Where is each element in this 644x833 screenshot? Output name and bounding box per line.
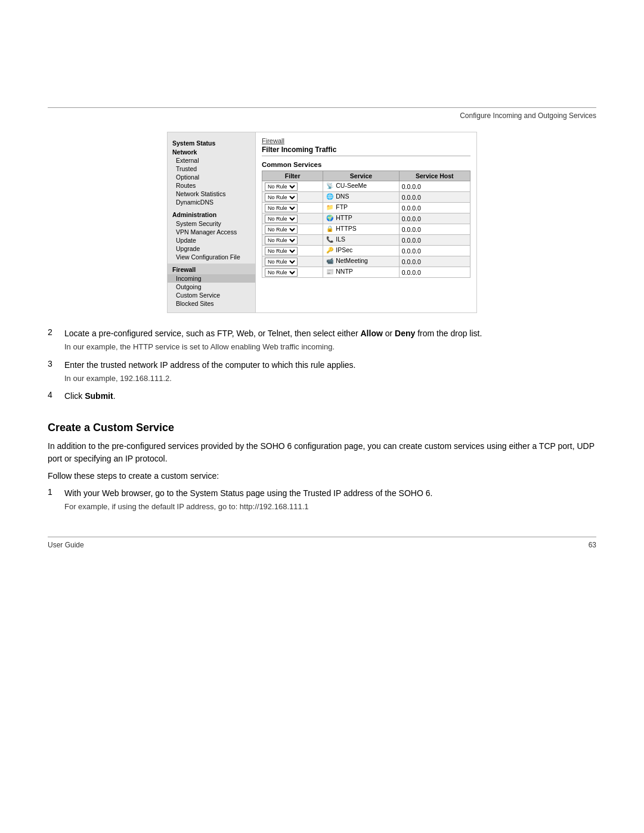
table-row: No RuleAllowDeny 🔒 HTTPS 0.0.0.0: [262, 224, 470, 235]
service-icon-ftp: 📁: [326, 204, 334, 212]
main-panel: Firewall Filter Incoming Traffic Common …: [256, 132, 476, 312]
service-icon-dns: 🌐: [326, 193, 334, 202]
sidebar-item-custom-service[interactable]: Custom Service: [168, 291, 255, 299]
step2-bold-deny: Deny: [395, 329, 415, 338]
service-host-cuseeme: 0.0.0.0: [399, 181, 470, 192]
service-host-dns: 0.0.0.0: [399, 192, 470, 203]
section-heading-custom-service: Create a Custom Service: [48, 422, 596, 434]
table-row: No RuleAllowDeny 🌐 DNS 0.0.0.0: [262, 192, 470, 203]
sidebar-system-status: System Status: [168, 137, 255, 148]
sidebar-item-routes[interactable]: Routes: [168, 181, 255, 190]
step4-content: Click Submit.: [64, 390, 596, 402]
sidebar-item-dynamicdns[interactable]: DynamicDNS: [168, 198, 255, 206]
service-name-cuseeme: CU-SeeMe: [336, 182, 367, 189]
screenshot-box: System Status Network External Trusted O…: [167, 132, 477, 313]
service-icon-cuseeme: 📡: [326, 182, 334, 191]
body-para1: In addition to the pre-configured servic…: [48, 440, 596, 465]
sidebar-item-update[interactable]: Update: [168, 236, 255, 244]
service-name-ipsec: IPSec: [336, 246, 352, 253]
sidebar-item-blocked-sites[interactable]: Blocked Sites: [168, 299, 255, 308]
sidebar-item-outgoing[interactable]: Outgoing: [168, 283, 255, 291]
service-icon-https: 🔒: [326, 225, 334, 234]
step3-subtext: In our example, 192.168.111.2.: [64, 373, 596, 385]
service-name-netmeeting: NetMeeting: [336, 257, 368, 264]
sidebar-item-system-security[interactable]: System Security: [168, 219, 255, 228]
step4-text: Click Submit.: [64, 390, 596, 402]
step2-content: Locate a pre-configured service, such as…: [64, 327, 596, 353]
service-host-nntp: 0.0.0.0: [399, 267, 470, 278]
sidebar-item-incoming[interactable]: Incoming: [168, 274, 255, 283]
step1-custom-number: 1: [48, 487, 57, 513]
sidebar-item-view-config[interactable]: View Configuration File: [168, 253, 255, 261]
filter-select-nntp[interactable]: No RuleAllowDeny: [265, 268, 298, 277]
step1-custom-text: With your Web browser, go to the System …: [64, 487, 596, 500]
service-name-https: HTTPS: [336, 225, 356, 232]
step3-text: Enter the trusted network IP address of …: [64, 359, 596, 371]
step2-subtext: In our example, the HTTP service is set …: [64, 341, 596, 353]
filter-select-http[interactable]: No RuleAllowDeny: [265, 215, 298, 223]
common-services-label: Common Services: [262, 161, 470, 168]
step4-number: 4: [48, 390, 57, 402]
table-row: No RuleAllowDeny 📡 CU-SeeMe 0.0.0.0: [262, 181, 470, 192]
header-title: Configure Incoming and Outgoing Services: [0, 108, 644, 120]
service-name-ils: ILS: [336, 236, 345, 243]
table-row: No RuleAllowDeny 🔑 IPSec 0.0.0.0: [262, 246, 470, 256]
page-container: Configure Incoming and Outgoing Services…: [0, 107, 644, 833]
service-host-https: 0.0.0.0: [399, 224, 470, 235]
filter-select-ftp[interactable]: No RuleAllowDeny: [265, 204, 298, 212]
service-name-nntp: NNTP: [336, 268, 353, 275]
step2-number: 2: [48, 327, 57, 353]
sidebar-item-upgrade[interactable]: Upgrade: [168, 244, 255, 253]
service-name-http: HTTP: [336, 214, 352, 221]
service-host-ils: 0.0.0.0: [399, 235, 470, 246]
service-icon-ipsec: 🔑: [326, 247, 334, 255]
step3-number: 3: [48, 359, 57, 385]
sidebar-item-optional[interactable]: Optional: [168, 173, 255, 181]
service-icon-http: 🌍: [326, 215, 334, 223]
footer-right: 63: [589, 541, 596, 549]
service-host-netmeeting: 0.0.0.0: [399, 256, 470, 267]
filter-select-netmeeting[interactable]: No RuleAllowDeny: [265, 258, 298, 266]
filter-select-https[interactable]: No RuleAllowDeny: [265, 225, 298, 234]
step1-custom-block: 1 With your Web browser, go to the Syste…: [48, 487, 596, 513]
filter-select-ils[interactable]: No RuleAllowDeny: [265, 236, 298, 244]
table-row: No RuleAllowDeny 📹 NetMeeting 0.0.0.0: [262, 256, 470, 267]
sidebar-firewall: Firewall: [168, 264, 255, 274]
service-icon-netmeeting: 📹: [326, 258, 334, 266]
sidebar-administration: Administration: [168, 209, 255, 219]
step2-block: 2 Locate a pre-configured service, such …: [48, 327, 596, 353]
col-header-filter: Filter: [262, 171, 323, 181]
breadcrumb: Firewall: [262, 137, 470, 144]
col-header-host: Service Host: [399, 171, 470, 181]
sidebar-item-vpn-manager[interactable]: VPN Manager Access: [168, 228, 255, 236]
sidebar: System Status Network External Trusted O…: [168, 132, 256, 312]
service-name-dns: DNS: [336, 193, 349, 200]
filter-select-dns[interactable]: No RuleAllowDeny: [265, 193, 298, 202]
step3-block: 3 Enter the trusted network IP address o…: [48, 359, 596, 385]
sidebar-item-network-statistics[interactable]: Network Statistics: [168, 190, 255, 198]
table-row: No RuleAllowDeny 🌍 HTTP 0.0.0.0: [262, 213, 470, 224]
content-area: System Status Network External Trusted O…: [48, 132, 596, 519]
table-row: No RuleAllowDeny 📰 NNTP 0.0.0.0: [262, 267, 470, 278]
step4-block: 4 Click Submit.: [48, 390, 596, 402]
step2-text: Locate a pre-configured service, such as…: [64, 327, 596, 340]
service-name-ftp: FTP: [336, 203, 348, 210]
services-table: Filter Service Service Host No RuleAllow…: [262, 171, 470, 278]
sidebar-item-external[interactable]: External: [168, 156, 255, 165]
sidebar-item-network[interactable]: Network: [168, 148, 255, 156]
service-icon-nntp: 📰: [326, 268, 334, 277]
service-host-ftp: 0.0.0.0: [399, 203, 470, 213]
step1-custom-content: With your Web browser, go to the System …: [64, 487, 596, 513]
table-row: No RuleAllowDeny 📞 ILS 0.0.0.0: [262, 235, 470, 246]
body-para2: Follow these steps to create a custom se…: [48, 470, 596, 482]
table-row: No RuleAllowDeny 📁 FTP 0.0.0.0: [262, 203, 470, 213]
filter-select-ipsec[interactable]: No RuleAllowDeny: [265, 247, 298, 255]
filter-select-cuseeme[interactable]: No RuleAllowDeny: [265, 182, 298, 191]
header-title-text: Configure Incoming and Outgoing Services: [460, 112, 596, 120]
step2-bold-allow: Allow: [361, 329, 383, 338]
service-icon-ils: 📞: [326, 236, 334, 244]
step3-content: Enter the trusted network IP address of …: [64, 359, 596, 385]
sidebar-item-trusted[interactable]: Trusted: [168, 165, 255, 173]
col-header-service: Service: [323, 171, 399, 181]
service-host-http: 0.0.0.0: [399, 213, 470, 224]
